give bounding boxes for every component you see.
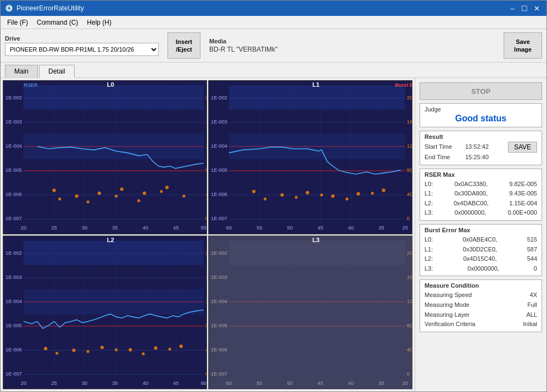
menu-file[interactable]: File (F)	[3, 18, 32, 27]
rser-l2-addr: 0x4DABC00,	[454, 199, 489, 209]
svg-text:1600: 1600	[205, 119, 206, 125]
result-label: Result	[425, 133, 537, 140]
svg-text:1E-004: 1E-004	[5, 298, 22, 304]
svg-text:2000: 2000	[205, 95, 206, 100]
svg-point-135	[87, 350, 90, 352]
tab-main[interactable]: Main	[5, 65, 38, 77]
app-icon: 💿	[5, 4, 13, 12]
start-time-value: 13:52:42	[465, 142, 506, 152]
svg-text:L3: L3	[312, 236, 320, 243]
stop-button[interactable]: STOP	[420, 82, 542, 100]
measuring-speed-label: Measuring Speed	[425, 290, 472, 300]
tabs-bar: Main Detail	[1, 63, 546, 78]
tab-detail[interactable]: Detail	[39, 65, 75, 78]
svg-text:1E-006: 1E-006	[211, 192, 227, 197]
svg-point-86	[331, 194, 334, 198]
end-time-label: End Time	[425, 153, 463, 163]
svg-text:1E-007: 1E-007	[211, 371, 227, 377]
svg-point-40	[143, 192, 146, 195]
verification-criteria-value: Initial	[523, 320, 537, 329]
svg-text:1200: 1200	[407, 298, 412, 304]
rser-l3-id: L3:	[425, 208, 433, 218]
burst-l0-val: 515	[527, 235, 537, 245]
menu-bar: File (F) Command (C) Help (H)	[1, 16, 546, 29]
svg-rect-106	[24, 240, 204, 265]
svg-text:1200: 1200	[205, 298, 206, 304]
judge-label: Judge	[425, 106, 537, 113]
svg-text:L1: L1	[312, 81, 320, 87]
svg-text:0: 0	[205, 371, 206, 377]
svg-text:40: 40	[143, 225, 148, 231]
insert-eject-button[interactable]: Insert/Eject	[168, 32, 200, 59]
title-bar-controls: – ☐ ✕	[507, 3, 542, 14]
svg-text:45: 45	[317, 380, 323, 386]
svg-text:1E-007: 1E-007	[211, 216, 227, 221]
rser-l1-addr: 0x30DA800,	[454, 189, 488, 199]
svg-text:60: 60	[226, 380, 232, 386]
svg-text:55: 55	[256, 380, 262, 386]
save-image-button[interactable]: SaveImage	[504, 32, 542, 59]
minimize-button[interactable]: –	[507, 3, 518, 14]
measuring-speed-row: Measuring Speed 4X	[425, 290, 537, 300]
burst-l2-id: L2:	[425, 254, 433, 264]
svg-text:60: 60	[201, 380, 206, 386]
chart-l1-svg: 1E-002 1E-003 1E-004 1E-005 1E-006 1E-00…	[209, 81, 412, 234]
svg-text:30: 30	[378, 380, 384, 386]
svg-text:2000: 2000	[407, 250, 412, 255]
svg-text:1E-005: 1E-005	[5, 167, 22, 173]
sidebar: STOP Judge Good status Result Start Time…	[415, 78, 546, 391]
menu-command[interactable]: Command (C)	[32, 18, 82, 27]
burst-l0-id: L0:	[425, 235, 433, 245]
svg-point-131	[129, 348, 132, 351]
svg-rect-13	[24, 85, 204, 109]
title-bar-left: 💿 PioneerErrorRateUtility	[5, 4, 84, 12]
svg-text:40: 40	[348, 380, 354, 386]
svg-text:800: 800	[205, 167, 206, 173]
measuring-layer-label: Measuring Layer	[425, 310, 470, 320]
media-value: BD-R TL "VERBATIMk"	[209, 46, 495, 53]
burst-l1-addr: 0x30D2CE0,	[463, 245, 497, 255]
svg-text:1E-003: 1E-003	[211, 274, 227, 279]
svg-point-91	[320, 193, 323, 196]
drive-section: Drive PIONEER BD-RW BDR-PR1ML 1.75 20/10…	[5, 35, 159, 56]
burst-l1-id: L1:	[425, 245, 433, 255]
maximize-button[interactable]: ☐	[519, 3, 530, 14]
verification-criteria-label: Verification Criteria	[425, 320, 475, 329]
svg-text:35: 35	[112, 380, 118, 386]
svg-text:800: 800	[407, 167, 412, 173]
svg-point-39	[120, 187, 124, 191]
svg-text:30: 30	[82, 225, 87, 231]
burst-l3-addr: 0x0000000,	[467, 264, 499, 274]
svg-rect-14	[24, 134, 204, 159]
svg-text:45: 45	[173, 380, 178, 386]
svg-point-133	[180, 344, 183, 348]
svg-point-93	[371, 192, 373, 194]
svg-rect-60	[229, 85, 405, 109]
svg-text:60: 60	[226, 225, 232, 231]
end-time-value: 15:25:40	[465, 153, 537, 163]
svg-text:2000: 2000	[205, 250, 206, 255]
svg-point-44	[115, 195, 118, 198]
chart-l3-svg: 1E-002 1E-003 1E-004 1E-005 1E-006 1E-00…	[209, 236, 412, 389]
svg-text:30: 30	[82, 380, 87, 386]
burst-l3-val: 0	[534, 264, 537, 274]
svg-text:1600: 1600	[407, 119, 412, 125]
burst-error-max-section: Burst Error Max L0: 0x0ABE4C0, 515 L1: 0…	[420, 224, 542, 276]
end-time-row: End Time 15:25:40	[425, 153, 537, 163]
svg-text:40: 40	[143, 380, 148, 386]
svg-point-138	[169, 348, 171, 350]
svg-point-41	[165, 186, 169, 189]
drive-select[interactable]: PIONEER BD-RW BDR-PR1ML 1.75 20/10/26	[5, 43, 159, 56]
burst-l0-addr: 0x0ABE4C0,	[462, 235, 497, 245]
svg-text:20: 20	[21, 380, 26, 386]
save-button[interactable]: SAVE	[508, 142, 537, 153]
menu-help[interactable]: Help (H)	[82, 18, 116, 27]
rser-l1-row: L1: 0x30DA800, 9.43E-005	[425, 189, 537, 199]
measuring-layer-row: Measuring Layer ALL	[425, 310, 537, 320]
verification-criteria-row: Verification Criteria Initial	[425, 320, 537, 329]
rser-l1-id: L1:	[425, 189, 433, 199]
svg-point-46	[160, 190, 163, 193]
svg-point-85	[306, 191, 309, 194]
close-button[interactable]: ✕	[531, 3, 542, 14]
chart-l2: 1E-002 1E-003 1E-004 1E-005 1E-006 1E-00…	[3, 236, 207, 390]
